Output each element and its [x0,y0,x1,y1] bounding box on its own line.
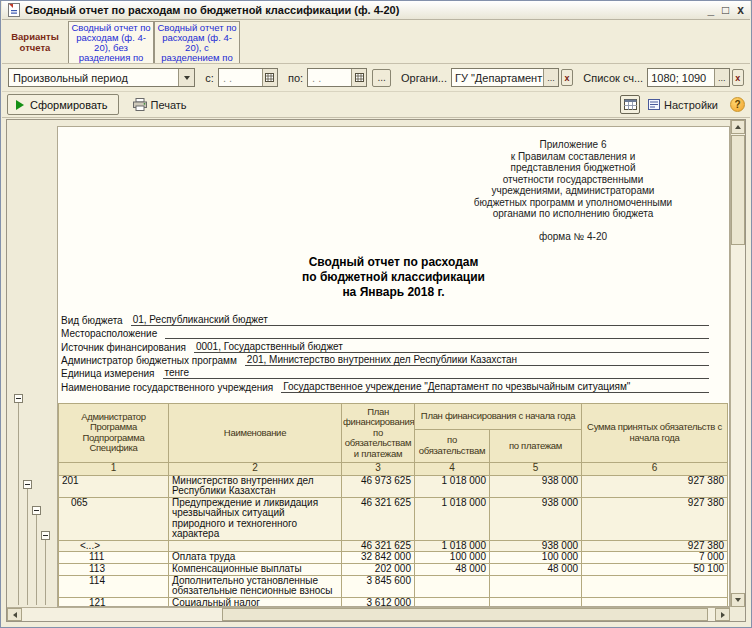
date-to-input[interactable]: . . [307,68,367,87]
help-button[interactable]: ? [730,97,745,112]
meta-value: 0001, Государственный бюджет [194,341,709,353]
variant-tab-with-pagination[interactable]: Сводный отчет по расходам (ф. 4-20), с р… [154,21,240,63]
date-from-input[interactable]: . . [218,68,278,87]
print-label: Печать [151,99,187,111]
scroll-left-icon[interactable] [7,608,22,621]
settings-button[interactable]: Настройки [644,97,722,113]
meta-row: Вид бюджета01, Республиканский бюджет [61,313,709,326]
cell-plan: 46 973 625 [342,475,415,497]
table-icon [624,99,637,110]
action-toolbar: Сформировать Печать Настройки [2,92,750,118]
print-button[interactable]: Печать [129,96,191,113]
meta-value [165,338,709,339]
meta-row: Администратор бюджетных программ201, Мин… [61,353,709,366]
table-row[interactable]: 201Министерство внутренних дел Республик… [59,475,728,497]
cell-sum: 50 100 [582,564,728,576]
horizontal-scroll-thumb[interactable] [222,608,708,621]
report-title: Сводный отчет по расходампо бюджетной кл… [58,255,729,300]
date-to-label: по: [288,72,303,84]
column-number-cell: 3 [342,462,415,475]
calendar-icon[interactable] [262,69,277,86]
cell-plan-pay: 48 000 [490,564,582,576]
accounts-select-button[interactable]: ... [714,69,729,86]
report-title-line: Сводный отчет по расходам [58,255,729,270]
maximize-button[interactable]: □ [722,3,729,17]
scrollbar-corner [730,607,745,621]
appendix-line: учреждениями, администраторами [433,185,713,197]
grouping-margin [7,120,57,607]
scroll-right-icon[interactable] [715,608,730,621]
calendar-icon[interactable] [351,69,366,86]
header-plan-pay: по платежам [490,429,582,462]
play-icon [16,100,24,110]
collapse-group-icon-level3[interactable] [32,506,41,515]
form-number: форма № 4-20 [433,231,713,242]
cell-plan: 3 612 000 [342,597,415,607]
cell-plan-pay: 938 000 [490,497,582,540]
header-sum: Сумма принятых обязательств с начала год… [582,403,728,462]
table-row[interactable]: 121Социальный налог3 612 000 [59,597,728,607]
cell-code: 114 [59,575,169,597]
collapse-group-icon-level1[interactable] [14,394,23,403]
scroll-down-icon[interactable] [731,593,745,607]
organization-label: Органи... [401,72,447,84]
variant-tab-no-pagination[interactable]: Сводный отчет по расходам (ф. 4-20), без… [68,21,154,63]
generate-button[interactable]: Сформировать [7,94,119,115]
accounts-input[interactable]: 1080; 1090 ... [647,68,730,87]
filter-toolbar: Произвольный период с: . . по: . . ... О… [2,64,750,92]
date-from-label: с: [205,72,214,84]
cell-plan-oblig [415,597,490,607]
horizontal-scrollbar[interactable] [7,607,730,621]
meta-value: тенге [163,367,709,379]
title-bar: Сводный отчет по расходам по бюджетной к… [2,1,750,20]
close-button[interactable]: x [737,3,744,17]
organization-input[interactable]: ГУ "Департамент ... [451,68,559,87]
table-row[interactable]: 065Предупреждение и ликвидация чрезвычай… [59,497,728,540]
organization-value: ГУ "Департамент [452,72,543,84]
organization-clear-button[interactable]: x [561,69,573,86]
table-row[interactable]: <...>46 321 6251 018 000938 000927 380 [59,540,728,552]
cell-sum: 7 000 [582,552,728,564]
table-row[interactable]: 114Дополнительно установленные обязатель… [59,575,728,597]
chevron-down-icon[interactable] [178,69,194,86]
cell-plan: 3 845 600 [342,575,415,597]
cell-code: 121 [59,597,169,607]
column-number-cell: 2 [169,462,342,475]
tree-line [45,540,46,605]
accounts-clear-button[interactable]: x [732,69,744,86]
cell-code: 113 [59,564,169,576]
collapse-group-icon-level2[interactable] [23,480,32,489]
meta-row: Источник финансирования0001, Государстве… [61,339,709,352]
collapse-group-icon-level4[interactable] [41,531,50,540]
cell-plan-oblig: 1 018 000 [415,475,490,497]
generate-label: Сформировать [30,99,108,111]
cell-name: Компенсационные выплаты [169,564,342,576]
accounts-value: 1080; 1090 [648,72,714,84]
report-table-body: 201Министерство внутренних дел Республик… [59,475,728,607]
vertical-scroll-thumb[interactable] [731,135,745,245]
cell-name: Предупреждение и ликвидация чрезвычайных… [169,497,342,540]
period-more-button[interactable]: ... [372,69,391,87]
report-area: Приложение 6к Правилам составления ипред… [6,119,746,622]
minimize-button[interactable]: _ [707,3,714,17]
appendix-line: к Правилам составления и [433,151,713,163]
table-row[interactable]: 111Оплата труда32 842 000100 000100 0007… [59,552,728,564]
vertical-scrollbar[interactable] [730,120,745,607]
cell-sum: 927 380 [582,497,728,540]
cell-sum: 927 380 [582,475,728,497]
table-view-button[interactable] [620,95,640,114]
organization-select-button[interactable]: ... [543,69,558,86]
period-type-select[interactable]: Произвольный период [8,68,195,87]
appendix-line: органами по исполнению бюджета [433,208,713,220]
table-row[interactable]: 113Компенсационные выплаты202 00048 0004… [59,564,728,576]
cell-code: 065 [59,497,169,540]
scroll-up-icon[interactable] [731,120,745,134]
report-variants-row: Варианты отчета Сводный отчет по расхода… [2,20,750,64]
cell-name: Социальный налог [169,597,342,607]
appendix-lines: Приложение 6к Правилам составления ипред… [433,139,713,220]
report-table: Администратор Программа Подпрограмма Спе… [58,403,728,607]
cell-plan-oblig: 1 018 000 [415,540,490,552]
appendix-line: бюджетных программ и уполномоченными [433,197,713,209]
meta-label: Единица измерения [61,368,163,379]
report-page: Приложение 6к Правилам составления ипред… [57,126,730,607]
